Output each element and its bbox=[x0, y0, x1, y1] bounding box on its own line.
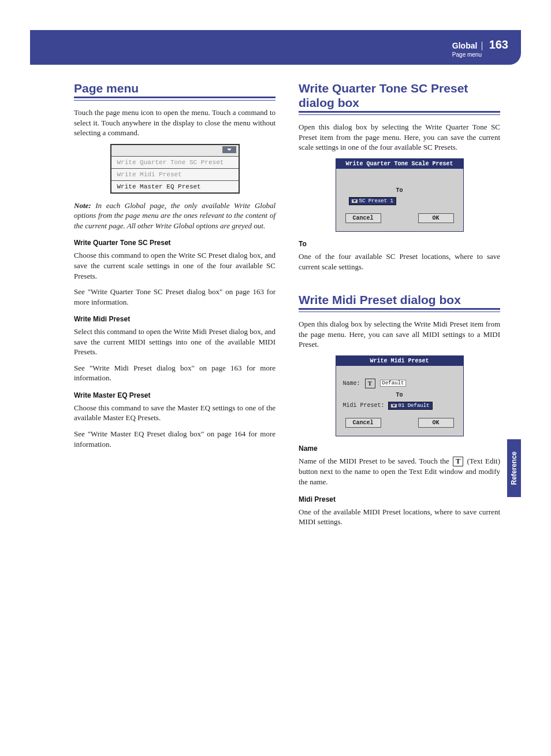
page-menu-dropdown: Write Quarter Tone SC Preset Write Midi … bbox=[110, 144, 240, 194]
text-sc-dialog-intro: Open this dialog box by selecting the Wr… bbox=[299, 122, 500, 153]
subhead-write-sc: Write Quarter Tone SC Preset bbox=[74, 239, 276, 247]
cancel-button[interactable]: Cancel bbox=[345, 213, 381, 223]
cancel-button[interactable]: Cancel bbox=[345, 418, 381, 428]
heading-rule bbox=[74, 97, 276, 101]
text-write-eq-b: See "Write Master EQ Preset dialog box" … bbox=[74, 429, 276, 449]
ok-button[interactable]: OK bbox=[418, 213, 454, 223]
dialog-write-sc-preset: Write Quarter Tone Scale Preset To SC Pr… bbox=[336, 158, 464, 232]
text-write-sc-b: See "Write Quarter Tone SC Preset dialog… bbox=[74, 287, 276, 307]
subhead-to: To bbox=[299, 240, 500, 248]
label-name: Name: bbox=[343, 380, 360, 387]
text-midi-dialog-intro: Open this dialog box by selecting the Wr… bbox=[299, 319, 500, 350]
header-page-number: 163 bbox=[485, 38, 508, 51]
input-name[interactable]: Default bbox=[380, 380, 407, 387]
dropdown-arrow-icon[interactable] bbox=[222, 146, 236, 153]
note-text: Note: In each Global page, the only avai… bbox=[74, 201, 276, 231]
dialog-write-midi-preset: Write Midi Preset Name: T Default To Mid… bbox=[336, 355, 464, 436]
heading-rule bbox=[299, 308, 500, 312]
ok-button[interactable]: OK bbox=[418, 418, 454, 428]
subhead-write-eq: Write Master EQ Preset bbox=[74, 391, 276, 399]
text-midi-preset-desc: One of the available MIDI Preset locatio… bbox=[299, 507, 500, 527]
subhead-write-midi: Write Midi Preset bbox=[74, 315, 276, 323]
dialog-title: Write Quarter Tone Scale Preset bbox=[336, 159, 463, 169]
heading-write-midi-dialog: Write Midi Preset dialog box bbox=[299, 292, 500, 307]
heading-rule bbox=[299, 111, 500, 115]
heading-page-menu: Page menu bbox=[74, 81, 276, 95]
subhead-midi-preset: Midi Preset bbox=[299, 495, 500, 503]
text-write-midi-b: See "Write Midi Preset dialog box" on pa… bbox=[74, 363, 276, 383]
menu-item-write-sc-preset[interactable]: Write Quarter Tone SC Preset bbox=[111, 156, 239, 168]
dropdown-midi-preset[interactable]: 01 Default bbox=[388, 402, 433, 410]
text-edit-icon: T bbox=[453, 457, 463, 466]
dialog-to-label: To bbox=[343, 392, 456, 398]
header-section: Global bbox=[452, 42, 483, 50]
text-write-midi-a: Select this command to open the Write Mi… bbox=[74, 327, 276, 357]
menu-item-write-midi-preset[interactable]: Write Midi Preset bbox=[111, 168, 239, 180]
text-write-sc-a: Choose this command to open the Write SC… bbox=[74, 250, 276, 281]
dialog-title: Write Midi Preset bbox=[336, 356, 463, 366]
subhead-name: Name bbox=[299, 444, 500, 453]
menu-item-write-master-eq[interactable]: Write Master EQ Preset bbox=[111, 180, 239, 192]
dropdown-sc-preset[interactable]: SC Preset 1 bbox=[349, 197, 396, 205]
label-midi-preset: Midi Preset: bbox=[343, 402, 385, 409]
dialog-to-label: To bbox=[343, 187, 456, 194]
text-page-menu-intro: Touch the page menu icon to open the men… bbox=[74, 108, 276, 138]
text-name-desc: Name of the MIDI Preset to be saved. Tou… bbox=[299, 456, 500, 487]
text-edit-icon[interactable]: T bbox=[365, 379, 375, 388]
header-subtitle: Page menu bbox=[452, 51, 508, 58]
side-tab-reference: Reference bbox=[507, 439, 521, 497]
heading-write-sc-dialog: Write Quarter Tone SC Preset dialog box bbox=[299, 81, 500, 110]
text-to-desc: One of the four available SC Preset loca… bbox=[299, 251, 500, 272]
text-write-eq-a: Choose this command to save the Master E… bbox=[74, 403, 276, 423]
page-header: Global 163 Page menu bbox=[30, 30, 521, 65]
